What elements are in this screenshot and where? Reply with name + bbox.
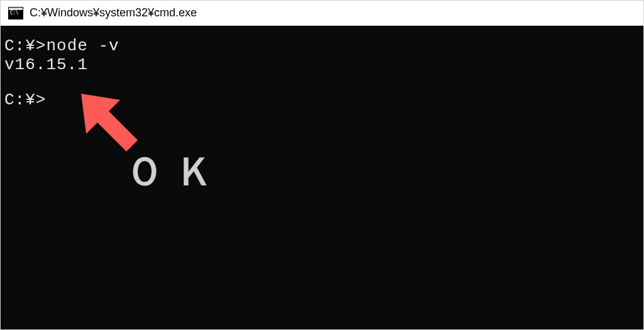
window-title: C:¥Windows¥system32¥cmd.exe	[30, 6, 197, 19]
prompt-text: C:¥>	[4, 36, 46, 55]
command-block-2: C:¥>	[4, 91, 640, 110]
terminal-line: C:¥>node -v	[4, 37, 640, 56]
window-titlebar[interactable]: C:\ C:¥Windows¥system32¥cmd.exe	[1, 1, 643, 26]
cmd-icon: C:\	[8, 7, 23, 19]
terminal-line: C:¥>	[4, 91, 640, 110]
command-block-1: C:¥>node -v v16.15.1	[4, 37, 640, 75]
terminal-output: v16.15.1	[4, 56, 640, 75]
prompt-text: C:¥>	[4, 91, 46, 109]
annotation-label: ＯＫ	[125, 145, 226, 198]
command-text: node -v	[46, 36, 119, 55]
cmd-window: C:\ C:¥Windows¥system32¥cmd.exe C:¥>node…	[0, 0, 644, 330]
cmd-icon-glyph: C:\	[10, 11, 18, 16]
terminal-body[interactable]: C:¥>node -v v16.15.1 C:¥> ＯＫ	[1, 26, 643, 329]
